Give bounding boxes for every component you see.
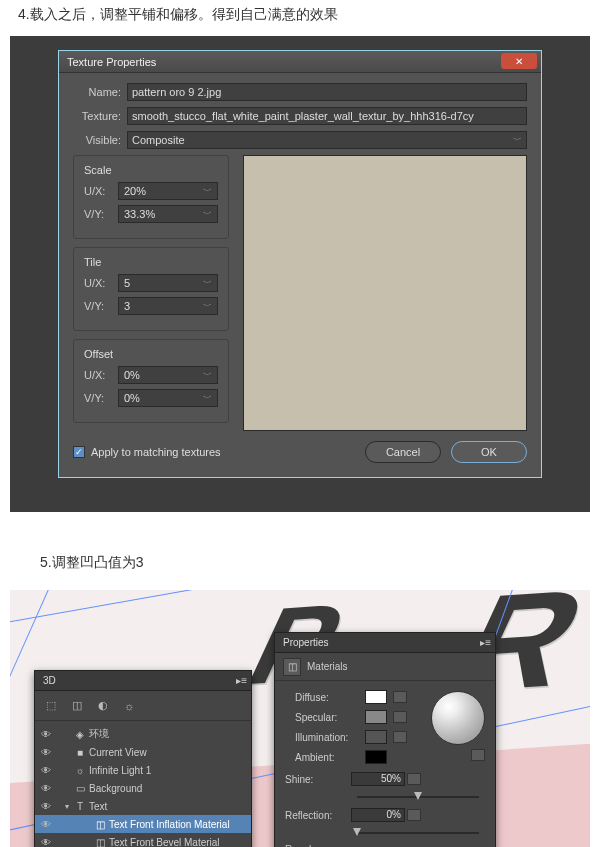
chevron-down-icon: ﹀: [203, 392, 212, 405]
item-type-icon: ◈: [73, 729, 87, 740]
offset-group: Offset U/X: 0%﹀ V/Y: 0%﹀: [73, 339, 229, 423]
visibility-eye-icon[interactable]: 👁: [39, 747, 53, 758]
scale-vy-label: V/Y:: [84, 208, 118, 220]
texture-preview: [243, 155, 527, 431]
scale-ux-select[interactable]: 20%﹀: [118, 182, 218, 200]
visibility-eye-icon[interactable]: 👁: [39, 819, 53, 830]
tree-item-label: Text Front Bevel Material: [107, 837, 251, 848]
cancel-button[interactable]: Cancel: [365, 441, 441, 463]
properties-panel-tab[interactable]: Properties ▸≡: [275, 633, 495, 653]
tree-item-label: Current View: [87, 747, 251, 758]
dialog-title: Texture Properties: [67, 56, 156, 68]
tree-item[interactable]: 👁■Current View: [35, 743, 251, 761]
illumination-swatch[interactable]: [365, 730, 387, 744]
visible-label: Visible:: [73, 134, 127, 146]
tile-vy-select[interactable]: 3﹀: [118, 297, 218, 315]
expand-icon[interactable]: ▾: [61, 802, 73, 811]
illumination-folder-icon[interactable]: [393, 731, 407, 743]
slider-thumb[interactable]: [414, 792, 422, 800]
tile-group: Tile U/X: 5﹀ V/Y: 3﹀: [73, 247, 229, 331]
item-type-icon: ☼: [73, 765, 87, 776]
apply-checkbox[interactable]: ✓: [73, 446, 85, 458]
name-label: Name:: [73, 86, 127, 98]
slider-row: Shine:50%: [275, 769, 495, 789]
slider-value[interactable]: 0%: [351, 808, 405, 822]
tree-item[interactable]: 👁▾TText: [35, 797, 251, 815]
ambient-label: Ambient:: [295, 752, 365, 763]
3d-panel-tab[interactable]: 3D ▸≡: [35, 671, 251, 691]
tree-item-label: Infinite Light 1: [87, 765, 251, 776]
material-picker-icon[interactable]: [471, 749, 485, 761]
3d-tree: 👁◈环境👁■Current View👁☼Infinite Light 1👁▭Ba…: [35, 721, 251, 847]
slider-track[interactable]: [357, 828, 479, 838]
filter-material-icon[interactable]: ◐: [95, 698, 111, 714]
diffuse-swatch[interactable]: [365, 690, 387, 704]
slider-value[interactable]: 50%: [351, 772, 405, 786]
diffuse-folder-icon[interactable]: [393, 691, 407, 703]
filter-mesh-icon[interactable]: ◫: [69, 698, 85, 714]
texture-select[interactable]: smooth_stucco_flat_white_paint_plaster_w…: [127, 107, 527, 125]
tree-item[interactable]: 👁◫Text Front Bevel Material: [35, 833, 251, 847]
visibility-eye-icon[interactable]: 👁: [39, 837, 53, 848]
chevron-down-icon: ﹀: [203, 369, 212, 382]
tree-item-label: Text Front Inflation Material: [107, 819, 251, 830]
specular-folder-icon[interactable]: [393, 711, 407, 723]
properties-header: ◫ Materials: [275, 653, 495, 681]
properties-panel: Properties ▸≡ ◫ Materials Diffuse: Specu…: [274, 632, 496, 847]
slider-folder-icon[interactable]: [407, 809, 421, 821]
slider-thumb[interactable]: [353, 828, 361, 836]
visibility-eye-icon[interactable]: 👁: [39, 801, 53, 812]
slider-track[interactable]: [357, 792, 479, 802]
slider-label: Reflection:: [285, 810, 351, 821]
texture-label: Texture:: [73, 110, 127, 122]
filter-scene-icon[interactable]: ⬚: [43, 698, 59, 714]
offset-vy-label: V/Y:: [84, 392, 118, 404]
offset-ux-select[interactable]: 0%﹀: [118, 366, 218, 384]
tile-ux-select[interactable]: 5﹀: [118, 274, 218, 292]
item-type-icon: T: [73, 801, 87, 812]
chevron-down-icon: ﹀: [513, 134, 522, 147]
scale-group: Scale U/X: 20%﹀ V/Y: 33.3%﹀: [73, 155, 229, 239]
ambient-swatch[interactable]: [365, 750, 387, 764]
tile-vy-value: 3: [124, 300, 130, 312]
ok-button[interactable]: OK: [451, 441, 527, 463]
slider-label: Shine:: [285, 774, 351, 785]
texture-value: smooth_stucco_flat_white_paint_plaster_w…: [132, 110, 474, 122]
panel-menu-icon[interactable]: ▸≡: [236, 675, 247, 686]
illumination-label: Illumination:: [295, 732, 365, 743]
scale-vy-select[interactable]: 33.3%﹀: [118, 205, 218, 223]
slider-folder-icon[interactable]: [407, 773, 421, 785]
offset-ux-label: U/X:: [84, 369, 118, 381]
visibility-eye-icon[interactable]: 👁: [39, 765, 53, 776]
tree-item-label: Background: [87, 783, 251, 794]
tree-item[interactable]: 👁◈环境: [35, 725, 251, 743]
tile-title: Tile: [84, 256, 218, 268]
name-field[interactable]: pattern oro 9 2.jpg: [127, 83, 527, 101]
tree-item[interactable]: 👁▭Background: [35, 779, 251, 797]
offset-vy-value: 0%: [124, 392, 140, 404]
filter-light-icon[interactable]: ☼: [121, 698, 137, 714]
diffuse-label: Diffuse:: [295, 692, 365, 703]
texture-properties-dialog: Texture Properties ✕ Name: pattern oro 9…: [58, 50, 542, 478]
panel-menu-icon[interactable]: ▸≡: [480, 637, 491, 648]
material-sliders: Shine:50%Reflection:0%Roughness:Bump:3%O…: [275, 769, 495, 847]
tree-item[interactable]: 👁◫Text Front Inflation Material: [35, 815, 251, 833]
material-preview-sphere[interactable]: [431, 691, 485, 745]
visible-select[interactable]: Composite ﹀: [127, 131, 527, 149]
specular-swatch[interactable]: [365, 710, 387, 724]
scale-title: Scale: [84, 164, 218, 176]
offset-ux-value: 0%: [124, 369, 140, 381]
apply-label: Apply to matching textures: [91, 446, 355, 458]
visibility-eye-icon[interactable]: 👁: [39, 729, 53, 740]
tile-ux-value: 5: [124, 277, 130, 289]
tree-item[interactable]: 👁☼Infinite Light 1: [35, 761, 251, 779]
tile-vy-label: V/Y:: [84, 300, 118, 312]
visibility-eye-icon[interactable]: 👁: [39, 783, 53, 794]
item-type-icon: ■: [73, 747, 87, 758]
tree-item-label: 环境: [87, 727, 251, 741]
scale-ux-label: U/X:: [84, 185, 118, 197]
materials-icon[interactable]: ◫: [283, 658, 301, 676]
close-button[interactable]: ✕: [501, 53, 537, 69]
step4-text: 4.载入之后，调整平铺和偏移。得到自己满意的效果: [0, 0, 600, 36]
offset-vy-select[interactable]: 0%﹀: [118, 389, 218, 407]
